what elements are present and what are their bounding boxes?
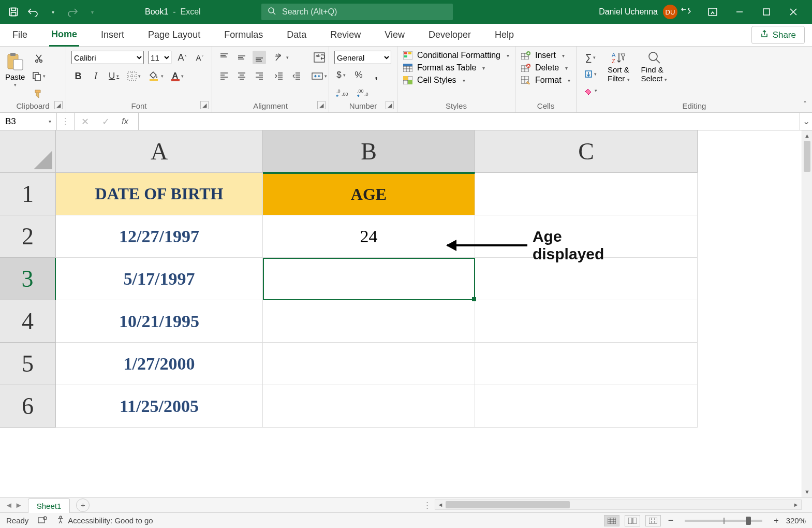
cell-b3[interactable] — [263, 258, 475, 300]
merge-center-icon[interactable]: ▾ — [309, 69, 329, 83]
formula-bar-grip[interactable]: ⋮ — [57, 113, 75, 130]
close-icon[interactable] — [783, 5, 804, 19]
collapse-ribbon-icon[interactable]: ˄ — [803, 100, 807, 108]
increase-font-icon[interactable]: A˄ — [175, 51, 189, 64]
sheet-bar-grip-icon[interactable]: ⋮ — [423, 501, 431, 510]
page-layout-view-icon[interactable] — [625, 515, 640, 526]
minimize-icon[interactable] — [729, 5, 750, 19]
find-select-button[interactable]: Find &Select ▾ — [638, 51, 671, 83]
tab-page-layout[interactable]: Page Layout — [146, 24, 202, 46]
tab-view[interactable]: View — [382, 24, 407, 46]
comma-format-icon[interactable]: , — [370, 68, 383, 82]
save-icon[interactable] — [7, 6, 20, 18]
col-head-c[interactable]: C — [475, 130, 698, 173]
scroll-up-icon[interactable]: ▲ — [802, 130, 812, 141]
cell-a6[interactable]: 11/25/2005 — [56, 385, 263, 428]
tab-review[interactable]: Review — [328, 24, 363, 46]
clear-icon[interactable]: ▾ — [582, 84, 599, 97]
cancel-formula-icon[interactable]: ✕ — [75, 116, 95, 127]
delete-cells-button[interactable]: Delete▾ — [521, 63, 571, 72]
fill-icon[interactable]: ▾ — [582, 67, 599, 81]
conditional-formatting-button[interactable]: Conditional Formatting▾ — [403, 51, 510, 60]
increase-decimal-icon[interactable]: .0.00 — [334, 86, 351, 99]
paste-icon[interactable] — [5, 52, 25, 71]
normal-view-icon[interactable] — [604, 515, 619, 526]
search-input[interactable] — [282, 7, 447, 17]
cell-b6[interactable] — [263, 385, 475, 428]
number-dialog-launcher-icon[interactable]: ◢ — [386, 101, 394, 109]
font-dialog-launcher-icon[interactable]: ◢ — [200, 101, 209, 109]
accessibility-button[interactable]: Accessibility: Good to go — [56, 516, 153, 525]
font-color-icon[interactable]: A▾ — [170, 69, 185, 83]
macro-record-icon[interactable] — [38, 516, 47, 525]
tab-file[interactable]: File — [10, 24, 29, 46]
cell-c6[interactable] — [475, 385, 698, 428]
orientation-icon[interactable]: ab▾ — [272, 51, 291, 64]
share-button[interactable]: Share — [751, 26, 805, 44]
search-box[interactable] — [261, 4, 453, 20]
hscroll-thumb[interactable] — [446, 501, 570, 508]
vscroll-thumb[interactable] — [804, 141, 810, 172]
cut-icon[interactable] — [30, 52, 48, 65]
name-box[interactable]: ▾ — [0, 113, 57, 130]
tab-formulas[interactable]: Formulas — [222, 24, 265, 46]
italic-button[interactable]: I — [89, 69, 102, 83]
number-format-select[interactable]: General — [334, 51, 391, 64]
cell-a1[interactable]: DATE OF BIRTH — [56, 173, 263, 215]
redo-icon[interactable] — [66, 6, 79, 18]
row-head-6[interactable]: 6 — [0, 385, 56, 428]
increase-indent-icon[interactable] — [290, 69, 303, 83]
borders-icon[interactable]: ▾ — [125, 69, 143, 83]
format-cells-button[interactable]: Format▾ — [521, 76, 571, 85]
scroll-left-icon[interactable]: ◄ — [435, 502, 446, 508]
undo-dropdown-icon[interactable]: ▾ — [47, 6, 59, 18]
cell-b2[interactable]: 24 — [263, 215, 475, 258]
paste-dropdown-icon[interactable]: ▾ — [14, 82, 17, 87]
sheet-tab[interactable]: Sheet1 — [28, 498, 70, 513]
decrease-font-icon[interactable]: A˅ — [193, 51, 206, 64]
zoom-level[interactable]: 320% — [786, 516, 806, 525]
coming-soon-icon[interactable] — [675, 5, 696, 19]
row-head-3[interactable]: 3 — [0, 258, 56, 300]
scroll-right-icon[interactable]: ► — [791, 502, 801, 508]
align-right-icon[interactable] — [253, 69, 266, 83]
row-head-1[interactable]: 1 — [0, 173, 56, 215]
cell-styles-button[interactable]: Cell Styles▾ — [403, 76, 510, 85]
font-name-select[interactable]: Calibri — [71, 51, 144, 64]
cell-c1[interactable] — [475, 173, 698, 215]
row-head-2[interactable]: 2 — [0, 215, 56, 258]
cell-a4[interactable]: 10/21/1995 — [56, 300, 263, 343]
align-left-icon[interactable] — [217, 69, 231, 83]
zoom-slider[interactable] — [685, 520, 762, 522]
row-head-4[interactable]: 4 — [0, 300, 56, 343]
hscroll-track[interactable] — [446, 500, 791, 509]
zoom-in-icon[interactable]: + — [772, 516, 780, 525]
align-top-icon[interactable] — [217, 51, 231, 64]
format-painter-icon[interactable] — [30, 87, 48, 100]
underline-button[interactable]: U▾ — [107, 69, 121, 83]
decrease-decimal-icon[interactable]: .00.0 — [355, 86, 372, 99]
cell-c4[interactable] — [475, 300, 698, 343]
ribbon-mode-icon[interactable] — [702, 5, 723, 19]
col-head-a[interactable]: A — [56, 130, 263, 173]
sort-filter-button[interactable]: AZ Sort &Filter ▾ — [604, 51, 633, 83]
fill-color-icon[interactable]: ▾ — [147, 69, 166, 83]
autosum-icon[interactable]: ∑▾ — [582, 51, 599, 64]
copy-icon[interactable]: ▾ — [30, 69, 48, 83]
select-all-corner[interactable] — [0, 130, 56, 173]
tab-data[interactable]: Data — [285, 24, 308, 46]
decrease-indent-icon[interactable] — [272, 69, 286, 83]
align-center-icon[interactable] — [235, 69, 248, 83]
cell-b4[interactable] — [263, 300, 475, 343]
percent-format-icon[interactable]: % — [352, 68, 365, 82]
maximize-icon[interactable] — [756, 5, 777, 19]
zoom-knob[interactable] — [746, 517, 751, 525]
redo-dropdown-icon[interactable]: ▾ — [86, 6, 98, 18]
wrap-text-icon[interactable]: ab — [309, 51, 329, 64]
cell-a3[interactable]: 5/17/1997 — [56, 258, 263, 300]
align-bottom-icon[interactable] — [253, 51, 266, 64]
tab-home[interactable]: Home — [49, 24, 79, 47]
cell-c5[interactable] — [475, 343, 698, 385]
bold-button[interactable]: B — [71, 69, 85, 83]
tab-developer[interactable]: Developer — [426, 24, 473, 46]
